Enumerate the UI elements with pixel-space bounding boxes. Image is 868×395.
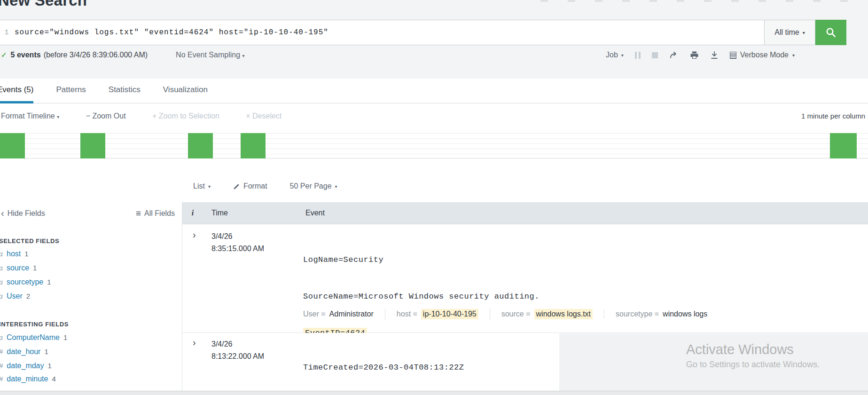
timeline-bar[interactable] <box>0 133 25 158</box>
minus-icon: − <box>86 112 90 120</box>
sidebar-field-computername[interactable]: aComputerName1 <box>0 333 67 342</box>
timeline-bar[interactable] <box>241 133 266 158</box>
string-type-icon: a <box>0 333 3 341</box>
tab-visualization[interactable]: Visualization <box>163 79 208 103</box>
sidebar-field-user[interactable]: aUser2 <box>0 292 30 300</box>
expand-event-icon[interactable]: › <box>193 337 196 348</box>
event-time[interactable]: 3/4/26 8:13:22.000 AM <box>211 338 264 363</box>
page-title: New Search <box>0 0 87 9</box>
chevron-down-icon: ▾ <box>242 53 245 58</box>
clipped-toolbar-remnants <box>540 0 865 2</box>
events-table-header: i Time Event <box>182 202 868 224</box>
chevron-down-icon: ▾ <box>208 184 211 189</box>
event-row: › 3/4/26 8:35:15.000 AM LogName=Security… <box>182 224 868 333</box>
export-icon[interactable] <box>710 51 719 60</box>
sidebar-field-host[interactable]: ahost1 <box>0 250 29 258</box>
search-line-number: 1 <box>0 29 15 37</box>
event-field-values: User = Administrator host = ip-10-10-40-… <box>303 309 719 319</box>
share-icon[interactable] <box>669 51 679 59</box>
tab-bar: Events (5) Patterns Statistics Visualiza… <box>0 79 868 103</box>
print-icon[interactable] <box>690 51 699 60</box>
all-fields-button[interactable]: ≡ All Fields <box>136 208 175 219</box>
field-label: sourcetype = <box>616 310 659 318</box>
event-column-header: Event <box>303 209 325 217</box>
pencil-icon <box>233 183 240 190</box>
selected-fields-header: SELECTED FIELDS <box>0 237 59 245</box>
timeline-controls: Format Timeline ▾ − Zoom Out + Zoom to S… <box>1 112 867 124</box>
verbose-mode-icon <box>730 52 736 59</box>
list-icon: ≡ <box>136 208 141 219</box>
sidebar-field-date-hour[interactable]: #date_hour1 <box>0 348 48 356</box>
fields-sidebar: ‹ Hide Fields ≡ All Fields SELECTED FIEL… <box>0 202 182 391</box>
tab-events[interactable]: Events (5) <box>0 79 33 103</box>
field-label: host = <box>397 310 417 318</box>
string-type-icon: a <box>0 292 3 300</box>
success-check-icon: ✓ <box>1 51 7 59</box>
field-label: User = <box>303 310 326 318</box>
bottom-edge-band <box>0 391 868 395</box>
number-type-icon: # <box>0 362 3 370</box>
interesting-fields-header: INTERESTING FIELDS <box>0 321 69 328</box>
chevron-down-icon: ▾ <box>57 114 59 119</box>
search-icon <box>825 27 837 38</box>
job-menu[interactable]: Job ▾ <box>606 51 624 59</box>
chevron-down-icon: ▾ <box>803 30 805 35</box>
string-type-icon: a <box>0 278 3 286</box>
chevron-left-icon: ‹ <box>1 208 4 219</box>
event-count-before: (before 3/4/26 8:39:06.000 AM) <box>44 51 148 59</box>
zoom-to-selection-button[interactable]: + Zoom to Selection <box>152 112 221 120</box>
watermark-subtitle: Go to Settings to activate Windows. <box>686 360 820 370</box>
x-icon: × <box>246 112 250 120</box>
zoom-out-button[interactable]: − Zoom Out <box>86 112 128 120</box>
timeline-bar[interactable] <box>830 133 857 158</box>
per-page-dropdown[interactable]: 50 Per Page ▾ <box>290 182 337 190</box>
sidebar-field-date-minute[interactable]: #date_minute4 <box>0 375 56 383</box>
pause-icon[interactable] <box>635 52 641 59</box>
time-range-picker[interactable]: All time ▾ <box>765 20 815 45</box>
field-value-sourcetype[interactable]: windows logs <box>663 310 707 318</box>
tab-statistics[interactable]: Statistics <box>109 79 141 103</box>
tab-patterns[interactable]: Patterns <box>56 79 86 103</box>
activate-windows-watermark: Activate Windows Go to Settings to activ… <box>559 333 868 391</box>
timeline-scale-label: 1 minute per column <box>801 112 865 120</box>
chevron-down-icon: ▾ <box>335 184 337 189</box>
search-button[interactable] <box>815 20 846 45</box>
stop-icon[interactable] <box>652 52 658 58</box>
field-value-source[interactable]: windows logs.txt <box>534 309 593 319</box>
field-label: source = <box>501 310 531 318</box>
list-controls: List ▾ Format 50 Per Page ▾ <box>0 180 423 193</box>
format-results-button[interactable]: Format <box>233 182 267 190</box>
expand-event-icon[interactable]: › <box>193 229 196 240</box>
job-controls: Job ▾ <box>606 47 795 63</box>
sidebar-field-source[interactable]: asource1 <box>0 264 37 272</box>
search-bar[interactable]: 1 source="windows logs.txt" "eventid=462… <box>0 20 765 45</box>
timeline-bar[interactable] <box>80 133 105 158</box>
plus-icon: + <box>152 112 156 120</box>
info-column-header: i <box>182 209 203 217</box>
string-type-icon: a <box>0 264 3 272</box>
number-type-icon: # <box>0 348 3 356</box>
format-timeline-dropdown[interactable]: Format Timeline ▾ <box>1 112 62 120</box>
hide-fields-button[interactable]: ‹ Hide Fields <box>1 208 45 219</box>
time-range-label: All time <box>774 28 799 37</box>
event-sampling-dropdown[interactable]: No Event Sampling ▾ <box>176 51 244 59</box>
chevron-down-icon: ▾ <box>792 53 795 58</box>
event-raw-text: TimeCreated=2026-03-04T08:13:22Z ... 1 l… <box>303 337 540 395</box>
chevron-down-icon: ▾ <box>621 53 624 58</box>
time-column-header: Time <box>203 209 303 217</box>
list-type-dropdown[interactable]: List ▾ <box>193 182 211 190</box>
sidebar-field-date-mday[interactable]: #date_mday1 <box>0 362 52 370</box>
field-value-user[interactable]: Administrator <box>329 310 374 318</box>
event-time[interactable]: 3/4/26 8:35:15.000 AM <box>211 230 264 255</box>
number-type-icon: # <box>0 375 3 383</box>
timeline-chart <box>0 133 868 158</box>
deselect-button[interactable]: × Deselect <box>246 112 282 120</box>
results-bar: ✓ 5 events (before 3/4/26 8:39:06.000 AM… <box>1 47 847 63</box>
search-mode-dropdown[interactable]: Verbose Mode ▾ <box>730 51 795 59</box>
sidebar-field-sourcetype[interactable]: asourcetype1 <box>0 278 51 286</box>
event-count: 5 events <box>11 51 41 59</box>
timeline-bar[interactable] <box>188 133 213 158</box>
field-value-host[interactable]: ip-10-10-40-195 <box>421 309 478 319</box>
watermark-title: Activate Windows <box>686 342 794 357</box>
search-input[interactable]: source="windows logs.txt" "eventid=4624"… <box>15 28 328 37</box>
